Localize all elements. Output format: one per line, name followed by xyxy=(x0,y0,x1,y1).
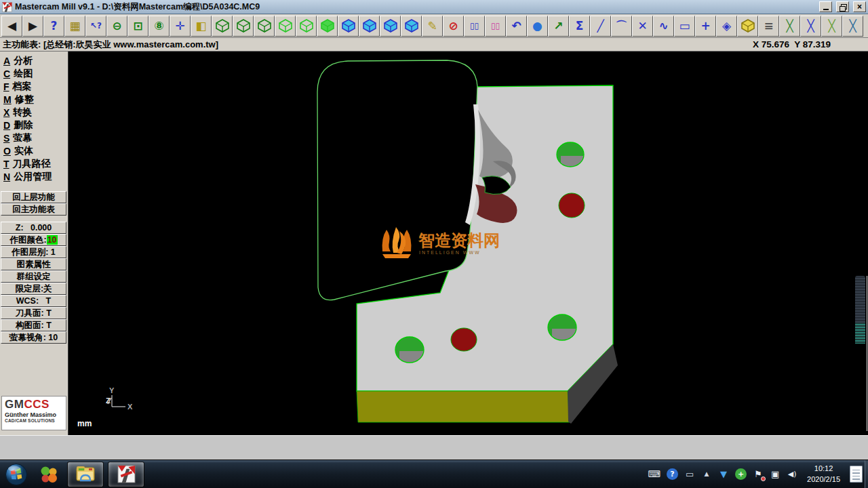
operations-manager-icon[interactable]: ≡ xyxy=(758,16,779,37)
gmccs-logo-name: Günther Massimo xyxy=(5,411,63,418)
sidebar-item-A[interactable]: A分析 xyxy=(0,54,68,67)
mastercam-taskbar-button[interactable] xyxy=(108,462,144,487)
trim-one-icon[interactable]: ╳ xyxy=(779,16,800,37)
show-desktop-button[interactable] xyxy=(865,460,868,488)
gview-side-icon[interactable] xyxy=(296,16,317,37)
backup-menu-button[interactable]: 回上层功能 xyxy=(1,191,66,203)
cursor-coordinates: X 75.676 Y 87.319 xyxy=(753,39,868,49)
z-depth-button[interactable]: Z: 0.000 xyxy=(1,222,66,234)
help-circle-icon[interactable]: ? xyxy=(667,468,678,480)
forward-icon[interactable]: ▶ xyxy=(22,16,43,37)
security-shield-icon[interactable]: ▼ xyxy=(718,468,729,480)
screen-view-button[interactable]: 萤幕视角: 10 xyxy=(1,331,66,344)
sigma-icon[interactable]: Σ xyxy=(569,16,590,37)
sidebar-item-F[interactable]: F档案 xyxy=(0,80,68,93)
wcs-button[interactable]: WCS: T xyxy=(1,295,66,307)
zoom-scale-icon[interactable]: ⑧ xyxy=(149,16,170,37)
shade-sphere-icon[interactable]: ● xyxy=(527,16,548,37)
minimize-button[interactable] xyxy=(819,1,832,12)
gview-front-icon[interactable] xyxy=(254,16,275,37)
limit-level-button[interactable]: 限定层:关 xyxy=(1,283,66,295)
draw-color-button[interactable]: 作图颜色:10 xyxy=(1,234,66,246)
point-icon[interactable]: + xyxy=(695,16,716,37)
cplane-3d-icon[interactable] xyxy=(338,16,359,37)
mastercam-window-icon xyxy=(2,2,12,12)
suite-circles-icon xyxy=(39,464,59,485)
spline-icon[interactable]: ∿ xyxy=(653,16,674,37)
copy-entities-icon[interactable]: ▯▯ xyxy=(464,16,485,37)
alert-badge xyxy=(761,476,766,481)
close-button[interactable]: × xyxy=(853,1,866,12)
hole-green-bottom-left xyxy=(395,337,424,363)
dynamic-rotate-icon[interactable] xyxy=(212,16,233,37)
fit-screen-icon[interactable]: ✛ xyxy=(170,16,191,37)
trim-two-icon[interactable]: ╳ xyxy=(800,16,821,37)
sidebar-item-C[interactable]: C绘图 xyxy=(0,67,68,80)
surface-icon[interactable]: ◈ xyxy=(716,16,737,37)
sidebar-item-D[interactable]: D删除 xyxy=(0,119,68,131)
attributes-button[interactable]: 图素属性 xyxy=(1,258,66,270)
back-icon[interactable]: ◀ xyxy=(1,16,22,37)
sidebar-item-O[interactable]: O实体 xyxy=(0,144,68,157)
sidebar-item-N[interactable]: N公用管理 xyxy=(0,170,68,183)
repaint-icon[interactable]: ◧ xyxy=(191,16,212,37)
help-icon[interactable]: ? xyxy=(43,16,64,37)
main-menu-button[interactable]: 回主功能表 xyxy=(1,203,66,216)
document-tray-icon[interactable] xyxy=(850,466,863,483)
sidebar-item-S[interactable]: S萤幕 xyxy=(0,131,68,144)
start-button[interactable] xyxy=(2,462,31,487)
window-title: Mastercam Mill v9.1 - D:\资料网Mastercam编程\… xyxy=(15,1,815,13)
system-tray: ⌨?▭▲▼+⚑▣◀) 10:12 2020/2/15 xyxy=(648,464,863,485)
tray-expand-icon[interactable]: ▲ xyxy=(701,468,712,480)
antivirus-icon[interactable]: + xyxy=(735,468,747,480)
gview-iso-icon[interactable] xyxy=(233,16,254,37)
suite-launcher-button[interactable] xyxy=(35,462,63,487)
isolate-icon[interactable]: ↗ xyxy=(548,16,569,37)
tool-plane-button[interactable]: 刀具面: T xyxy=(1,307,66,319)
curve-icon[interactable]: ✕ xyxy=(632,16,653,37)
sidebar-item-M[interactable]: M修整 xyxy=(0,93,68,106)
arc-icon[interactable]: ⌒ xyxy=(611,16,632,37)
cplane-front-icon[interactable] xyxy=(380,16,401,37)
window-restore-small-icon[interactable]: ▭ xyxy=(684,468,695,480)
line-icon[interactable]: ╱ xyxy=(590,16,611,37)
taskbar-apps xyxy=(2,462,144,487)
graphics-viewport[interactable]: Y X Z 智造资料网 INTELLIGEN WWW xyxy=(68,52,868,435)
file-cabinet-icon[interactable]: ▦ xyxy=(64,16,85,37)
action-center-flag-icon[interactable]: ⚑ xyxy=(753,468,764,480)
close-icon: × xyxy=(857,3,862,11)
cplane-side-icon[interactable] xyxy=(401,16,422,37)
gmccs-logo: GMCCS Günther Massimo CAD/CAM SOLUTIONS xyxy=(1,396,66,430)
prompt-statusbar xyxy=(0,435,868,460)
viewport-scroll-handle[interactable] xyxy=(855,276,867,431)
undo-icon[interactable]: ↶ xyxy=(506,16,527,37)
divide-icon[interactable]: ╳ xyxy=(842,16,863,37)
solid-box-icon[interactable] xyxy=(737,16,758,37)
sidebar-item-T[interactable]: T刀具路径 xyxy=(0,157,68,170)
titlebar: Mastercam Mill v9.1 - D:\资料网Mastercam编程\… xyxy=(0,0,868,14)
draw-level-button[interactable]: 作图层别: 1 xyxy=(1,246,66,258)
volume-icon[interactable]: ◀) xyxy=(787,468,797,480)
construction-plane-button[interactable]: 构图面: T xyxy=(1,319,66,331)
analyze-cursor-icon[interactable]: ↖? xyxy=(85,16,106,37)
rectangle-icon[interactable]: ▭ xyxy=(674,16,695,37)
units-label: mm xyxy=(77,419,92,428)
pencil-icon[interactable]: ✎ xyxy=(422,16,443,37)
keyboard-icon[interactable]: ⌨ xyxy=(648,468,660,480)
trim-three-icon[interactable]: ╳ xyxy=(821,16,842,37)
gview-top-icon[interactable] xyxy=(275,16,296,37)
unzoom-icon[interactable]: ⊖ xyxy=(106,16,127,37)
clock-date: 2020/2/15 xyxy=(807,474,840,485)
taskbar-clock[interactable]: 10:12 2020/2/15 xyxy=(807,464,840,485)
network-icon[interactable]: ▣ xyxy=(770,468,781,480)
sidebar-item-X[interactable]: X转换 xyxy=(0,106,68,119)
move-entities-icon[interactable]: ▯▯ xyxy=(485,16,506,37)
explorer-taskbar-button[interactable] xyxy=(67,462,104,487)
watermark-text: 智造资料网 xyxy=(418,231,500,249)
gview-back-icon[interactable] xyxy=(317,16,338,37)
no-pencil-icon[interactable]: ⊘ xyxy=(443,16,464,37)
group-settings-button[interactable]: 群组设定 xyxy=(1,270,66,283)
cplane-top-icon[interactable] xyxy=(359,16,380,37)
zoom-window-icon[interactable]: ⊡ xyxy=(127,16,149,37)
restore-button[interactable] xyxy=(836,1,849,12)
